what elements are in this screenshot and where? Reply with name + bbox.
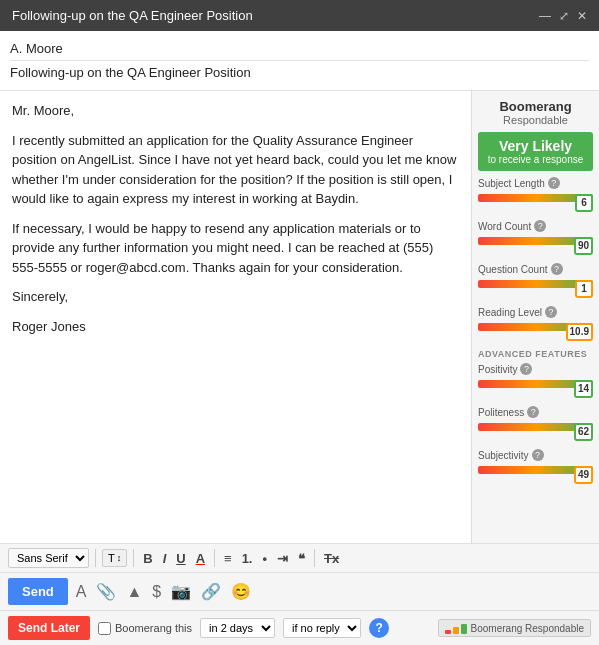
- drive-icon[interactable]: ▲: [124, 581, 144, 603]
- subject-length-bar: 6: [478, 194, 593, 212]
- reading-level-bar: 10.9: [478, 323, 593, 341]
- question-count-bar: 1: [478, 280, 593, 298]
- send-later-button[interactable]: Send Later: [8, 616, 90, 640]
- politeness-help-icon[interactable]: ?: [527, 406, 539, 418]
- emoji-icon[interactable]: 😊: [229, 580, 253, 603]
- boomerang-header: Boomerang Respondable: [478, 99, 593, 126]
- font-color-icon: A: [196, 551, 205, 566]
- font-color-button[interactable]: A: [193, 550, 208, 567]
- question-count-value: 1: [575, 280, 593, 298]
- paragraph-1: I recently submitted an application for …: [12, 131, 459, 209]
- subject-length-help-icon[interactable]: ?: [548, 177, 560, 189]
- reading-level-metric: Reading Level ? 10.9: [478, 306, 593, 341]
- to-value[interactable]: A. Moore: [10, 41, 63, 56]
- font-size-button[interactable]: T ↕: [102, 549, 127, 567]
- toolbar-area: Sans Serif T ↕ B I U A ≡ 1. • ⇥ ❝: [0, 543, 599, 610]
- title-bar: Following-up on the QA Engineer Position…: [0, 0, 599, 31]
- attachment-icon[interactable]: 📎: [94, 580, 118, 603]
- subject-field: Following-up on the QA Engineer Position: [10, 60, 589, 84]
- word-count-metric: Word Count ? 90: [478, 220, 593, 255]
- toolbar-separator-1: [95, 549, 96, 567]
- receive-text: to receive a response: [482, 154, 589, 165]
- toolbar-separator-2: [133, 549, 134, 567]
- politeness-metric: Politeness ? 62: [478, 406, 593, 441]
- reading-level-help-icon[interactable]: ?: [545, 306, 557, 318]
- font-family-select[interactable]: Sans Serif: [8, 548, 89, 568]
- word-count-value: 90: [574, 237, 593, 255]
- ordered-list-button[interactable]: 1.: [239, 550, 256, 567]
- boomerang-panel: Boomerang Respondable Very Likely to rec…: [471, 91, 599, 543]
- subjectivity-value: 49: [574, 466, 593, 484]
- more-formatting-button[interactable]: Tx: [321, 550, 342, 567]
- reading-level-value: 10.9: [566, 323, 593, 341]
- bold-button[interactable]: B: [140, 550, 155, 567]
- toolbar-separator-3: [214, 549, 215, 567]
- politeness-value: 62: [574, 423, 593, 441]
- subject-length-label: Subject Length ?: [478, 177, 593, 189]
- font-size-arrow: ↕: [117, 553, 122, 563]
- mini-bar-1: [445, 630, 451, 634]
- maximize-button[interactable]: ⤢: [559, 9, 569, 23]
- font-size-icon: T: [108, 552, 115, 564]
- email-header: A. Moore Following-up on the QA Engineer…: [0, 31, 599, 91]
- boomerang-status-text: Boomerang Respondable: [471, 623, 584, 634]
- subjectivity-bar: 49: [478, 466, 593, 484]
- photo-icon[interactable]: 📷: [169, 580, 193, 603]
- positivity-metric: Positivity ? 14: [478, 363, 593, 398]
- mini-bar-2: [453, 627, 459, 634]
- link-icon[interactable]: 🔗: [199, 580, 223, 603]
- unordered-list-button[interactable]: •: [259, 550, 270, 567]
- boomerang-this-text: Boomerang this: [115, 622, 192, 634]
- question-count-label: Question Count ?: [478, 263, 593, 275]
- positivity-help-icon[interactable]: ?: [520, 363, 532, 375]
- positivity-label: Positivity ?: [478, 363, 593, 375]
- question-count-help-icon[interactable]: ?: [551, 263, 563, 275]
- dollar-icon[interactable]: $: [150, 581, 163, 603]
- boomerang-this-label: Boomerang this: [98, 622, 192, 635]
- minimize-button[interactable]: —: [539, 9, 551, 23]
- signature: Roger Jones: [12, 317, 459, 337]
- window-controls: — ⤢ ✕: [539, 9, 587, 23]
- salutation: Mr. Moore,: [12, 101, 459, 121]
- boomerang-status-bar[interactable]: Boomerang Respondable: [438, 619, 591, 637]
- positivity-value: 14: [574, 380, 593, 398]
- subject-length-metric: Subject Length ? 6: [478, 177, 593, 212]
- boomerang-brand: Boomerang: [478, 99, 593, 114]
- mini-bars: [445, 622, 467, 634]
- response-likelihood-badge: Very Likely to receive a response: [478, 132, 593, 171]
- to-field: A. Moore: [10, 37, 589, 60]
- question-count-metric: Question Count ? 1: [478, 263, 593, 298]
- italic-button[interactable]: I: [160, 550, 170, 567]
- closing: Sincerely,: [12, 287, 459, 307]
- boomerang-this-checkbox[interactable]: [98, 622, 111, 635]
- positivity-bar: 14: [478, 380, 593, 398]
- bottom-bar: Send Later Boomerang this in 2 days if n…: [0, 610, 599, 645]
- toolbar-row-1: Sans Serif T ↕ B I U A ≡ 1. • ⇥ ❝: [0, 544, 599, 573]
- subjectivity-metric: Subjectivity ? 49: [478, 449, 593, 484]
- underline-button[interactable]: U: [173, 550, 188, 567]
- email-body[interactable]: Mr. Moore, I recently submitted an appli…: [0, 91, 471, 543]
- text-formatting-icon[interactable]: A: [74, 581, 89, 603]
- help-button[interactable]: ?: [369, 618, 389, 638]
- politeness-bar: 62: [478, 423, 593, 441]
- subjectivity-help-icon[interactable]: ?: [532, 449, 544, 461]
- subject-value[interactable]: Following-up on the QA Engineer Position: [10, 65, 251, 80]
- word-count-help-icon[interactable]: ?: [534, 220, 546, 232]
- mini-bar-3: [461, 624, 467, 634]
- likely-text: Very Likely: [482, 138, 589, 154]
- paragraph-2: If necessary, I would be happy to resend…: [12, 219, 459, 278]
- boomerang-reply-select[interactable]: if no reply: [283, 618, 361, 638]
- send-button[interactable]: Send: [8, 578, 68, 605]
- boomerang-days-select[interactable]: in 2 days: [200, 618, 275, 638]
- subjectivity-label: Subjectivity ?: [478, 449, 593, 461]
- close-button[interactable]: ✕: [577, 9, 587, 23]
- word-count-label: Word Count ?: [478, 220, 593, 232]
- boomerang-respondable-label: Respondable: [478, 114, 593, 126]
- email-body-area: Mr. Moore, I recently submitted an appli…: [0, 91, 599, 543]
- window-title: Following-up on the QA Engineer Position: [12, 8, 253, 23]
- indent-button[interactable]: ⇥: [274, 550, 291, 567]
- align-button[interactable]: ≡: [221, 550, 235, 567]
- subject-length-value: 6: [575, 194, 593, 212]
- advanced-features-title: ADVANCED FEATURES: [478, 349, 593, 359]
- quote-button[interactable]: ❝: [295, 550, 308, 567]
